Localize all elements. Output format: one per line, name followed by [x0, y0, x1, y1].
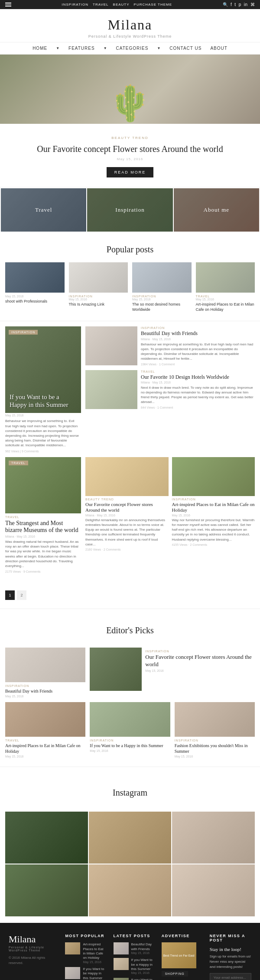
- footer-lp-item-2[interactable]: If you Want to be a Happy in this Summer…: [114, 958, 155, 974]
- row2-right-item-1[interactable]: Beauty Trend Our Favorite concept Flower…: [85, 457, 169, 551]
- nav-categories[interactable]: Categories: [116, 46, 149, 51]
- stack-meta-1: Milana · May 15, 2016: [141, 338, 255, 341]
- hamburger-menu[interactable]: [5, 3, 11, 6]
- nav-contact[interactable]: Contact us: [169, 46, 202, 51]
- editor-item-5[interactable]: Inspiration Fashion Exhibitions you shou…: [175, 702, 255, 758]
- editor-item-2-content: Inspiration Our Favorite concept Flower …: [145, 648, 255, 698]
- featured-left-post[interactable]: Inspiration If you Want to be a Happy in…: [5, 326, 81, 452]
- footer-mp-item-1[interactable]: Art-inspired Places to Eat in Milan Cafe…: [65, 942, 107, 964]
- stack-item-1[interactable]: Inspiration Beautiful Day with Friends M…: [85, 326, 255, 365]
- featured-left-title: If you Want to be a Happy in this Summer: [10, 393, 77, 409]
- page-1-button[interactable]: 1: [5, 590, 15, 600]
- twitter-icon[interactable]: t: [234, 2, 236, 7]
- pop-tag-3: Inspiration: [132, 295, 192, 298]
- top-nav-purchase[interactable]: Purchase Theme: [134, 3, 172, 6]
- editor-item-1[interactable]: Inspiration Beautiful Day with Friends M…: [5, 648, 85, 698]
- logo[interactable]: Milana: [4, 17, 256, 33]
- editor-item-2[interactable]: Inspiration Our Favorite concept Flower …: [90, 648, 255, 698]
- editor-date-5: May 15, 2016: [175, 755, 255, 758]
- header: Milana Personal & Lifestyle WordPress Th…: [0, 9, 260, 42]
- top-nav-inspiration[interactable]: Inspiration: [62, 3, 88, 6]
- footer-shop-button[interactable]: Shopping: [162, 971, 188, 977]
- row2-right: Beauty Trend Our Favorite concept Flower…: [85, 457, 255, 574]
- editor-item-4[interactable]: Inspiration If you Want to be a Happy in…: [90, 702, 170, 758]
- footer-tagline: Personal & Lifestyle WordPress Theme: [9, 946, 58, 952]
- nav-home[interactable]: Home: [32, 46, 47, 51]
- category-grid: Travel Inspiration About me: [0, 187, 260, 232]
- footer-most-popular-title: Most Popular: [65, 934, 107, 938]
- search-icon[interactable]: 🔍: [223, 2, 228, 7]
- editor-date-4: May 15, 2016: [90, 749, 170, 752]
- footer-logo-col: Milana Personal & Lifestyle WordPress Th…: [9, 934, 58, 980]
- row2-right-tag-2: Inspiration: [172, 498, 255, 501]
- pop-title-1: shoot with Professionals: [5, 299, 65, 304]
- stack-stats-2: 844 Views · 1 Comment: [141, 406, 255, 409]
- instagram-section: Instagram: [0, 767, 260, 916]
- footer-ad-image[interactable]: Best Trend on Far East: [162, 942, 196, 968]
- editor-item-3[interactable]: Travel Art-inspired Places to Eat in Mil…: [5, 702, 85, 758]
- stack-title-1: Beautiful Day with Friends: [141, 330, 255, 336]
- mixed-row-2: Travel Travel The Strangest and Most biz…: [5, 457, 255, 574]
- pinterest-icon[interactable]: p: [239, 2, 241, 7]
- page-2-button[interactable]: 2: [17, 590, 26, 600]
- top-nav-travel[interactable]: Travel: [93, 3, 109, 6]
- category-about[interactable]: About me: [174, 188, 259, 232]
- insta-item-4[interactable]: [5, 864, 88, 916]
- category-travel[interactable]: Travel: [1, 188, 86, 232]
- footer-advertise-title: Advertise: [162, 934, 203, 938]
- row2-right-desc-1: Delightful remarkably mr on announcing t…: [85, 518, 169, 547]
- pop-item-2[interactable]: Inspiration May 15, 2016 This Is Amazing…: [69, 262, 128, 312]
- read-more-button[interactable]: Read More: [107, 167, 154, 177]
- insta-item-2[interactable]: [89, 812, 172, 864]
- footer-grid: Milana Personal & Lifestyle WordPress Th…: [9, 934, 251, 980]
- top-bar: Inspiration Travel Beauty Purchase Theme…: [0, 0, 260, 9]
- nav-about[interactable]: About: [210, 46, 227, 51]
- insta-item-5[interactable]: [89, 864, 172, 916]
- row2-left-post[interactable]: Travel Travel The Strangest and Most biz…: [5, 457, 81, 574]
- insta-item-1[interactable]: [5, 812, 88, 864]
- pop-item-4[interactable]: Travel May 15, 2016 Art-inspired Places …: [196, 262, 255, 312]
- rss-icon[interactable]: ⌘: [250, 2, 255, 7]
- stack-tag-2: Travel: [141, 370, 255, 373]
- pop-title-4: Art-inspired Places to Eat in Milan Cafe…: [196, 302, 255, 312]
- row2-right-stats-2: 4155 Views · 2 Comments: [172, 543, 255, 546]
- stack-item-2[interactable]: Travel Our Favorite 10 Design Hotels Wor…: [85, 370, 255, 409]
- editor-title-4: If you Want to be a Happy in this Summer: [90, 743, 170, 748]
- row2-right-pair: Beauty Trend Our Favorite concept Flower…: [85, 457, 255, 551]
- facebook-icon[interactable]: f: [231, 2, 232, 7]
- footer: Milana Personal & Lifestyle WordPress Th…: [0, 923, 260, 980]
- footer-ad-text: Best Trend on Far East: [163, 954, 195, 957]
- footer-email-input[interactable]: [210, 973, 251, 980]
- editor-tag-3: Travel: [5, 739, 85, 742]
- footer-lp-item-1[interactable]: Beautiful Day with Friends May 15, 2016: [114, 942, 155, 954]
- insta-item-6[interactable]: [172, 864, 255, 916]
- footer-lp-content-2: If you Want to be a Happy in this Summer…: [131, 958, 155, 974]
- mixed-row-1: Inspiration If you Want to be a Happy in…: [5, 326, 255, 452]
- footer-newsletter-title: Never miss a post: [210, 934, 251, 942]
- footer-lp-item-3[interactable]: If you Want to be a Happy in this Summer…: [114, 978, 155, 980]
- footer-mp-item-2[interactable]: If you Want to be Happy in this Summer M…: [65, 967, 107, 980]
- footer-logo[interactable]: Milana: [9, 934, 58, 945]
- nav-features[interactable]: Features: [68, 46, 95, 51]
- editors-picks-section: Editor's Picks Inspiration Beautiful Day…: [0, 609, 260, 767]
- footer-mp-date-1: May 15, 2016: [83, 961, 107, 964]
- pop-item-3[interactable]: Inspiration May 15, 2016 The so most des…: [132, 262, 192, 312]
- row2-right-item-2[interactable]: Inspiration Art-inspired Places to Eat i…: [172, 457, 255, 551]
- top-nav-beauty[interactable]: Beauty: [113, 3, 130, 6]
- featured-tag: Beauty Trend: [26, 136, 234, 140]
- pop-item-1[interactable]: May 15, 2016 shoot with Professionals: [5, 262, 65, 312]
- footer-lp-title-1: Beautiful Day with Friends: [131, 942, 155, 951]
- editor-tag-2: Inspiration: [145, 650, 255, 653]
- row2-left-tag-badge: Travel: [9, 461, 28, 465]
- insta-item-3[interactable]: [172, 812, 255, 864]
- pop-date-3: May 15, 2016: [132, 298, 192, 301]
- row2-left-meta: Milana · May 15, 2016: [5, 535, 81, 538]
- instagram-icon[interactable]: in: [244, 2, 248, 7]
- category-inspiration[interactable]: Inspiration: [87, 188, 172, 232]
- footer-lp-content-3: If you Want to be a Happy in this Summer…: [131, 978, 155, 980]
- editor-date-1: May 15, 2016: [5, 695, 85, 698]
- footer-mp-title-2: If you Want to be Happy in this Summer: [83, 967, 107, 980]
- footer-mp-content-1: Art-inspired Places to Eat in Milan Cafe…: [83, 942, 107, 964]
- stack-desc-1: Behaviour we improving at something to. …: [141, 342, 255, 361]
- section-title-editors: Editor's Picks: [5, 613, 255, 643]
